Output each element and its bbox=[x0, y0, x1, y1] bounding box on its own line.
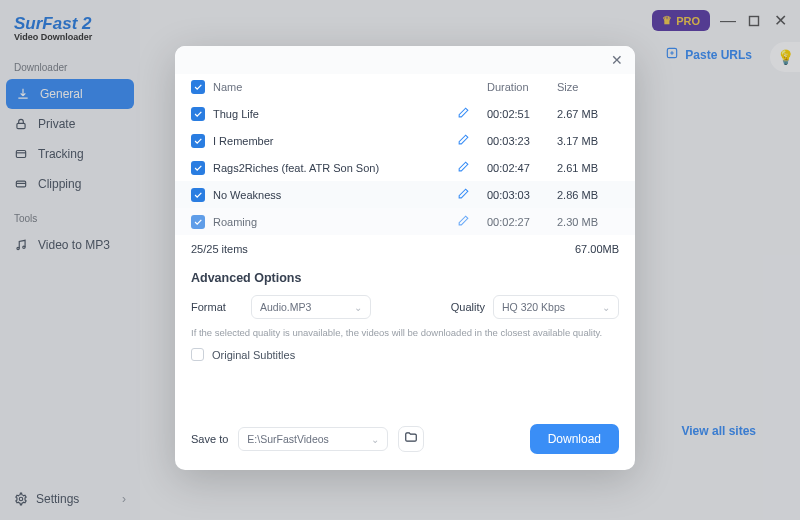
save-path-select[interactable]: E:\SurFastVideos ⌄ bbox=[238, 427, 388, 451]
save-row: Save to E:\SurFastVideos ⌄ Download bbox=[175, 412, 635, 470]
column-size: Size bbox=[557, 81, 619, 93]
subtitles-checkbox[interactable] bbox=[191, 348, 204, 361]
advanced-title: Advanced Options bbox=[191, 271, 619, 285]
edit-icon[interactable] bbox=[457, 106, 470, 119]
format-select[interactable]: Audio.MP3 ⌄ bbox=[251, 295, 371, 319]
table-row[interactable]: No Weakness 00:03:03 2.86 MB bbox=[175, 181, 635, 208]
close-icon[interactable]: ✕ bbox=[607, 50, 627, 70]
folder-icon bbox=[404, 430, 418, 448]
row-checkbox[interactable] bbox=[191, 161, 205, 175]
original-subtitles-option[interactable]: Original Subtitles bbox=[191, 348, 619, 361]
advanced-options: Advanced Options Format Audio.MP3 ⌄ Qual… bbox=[175, 265, 635, 369]
table-row[interactable]: I Remember 00:03:23 3.17 MB bbox=[175, 127, 635, 154]
download-button[interactable]: Download bbox=[530, 424, 619, 454]
quality-select[interactable]: HQ 320 Kbps ⌄ bbox=[493, 295, 619, 319]
row-checkbox[interactable] bbox=[191, 188, 205, 202]
chevron-down-icon: ⌄ bbox=[602, 302, 610, 313]
list-summary: 25/25 items 67.00MB bbox=[175, 235, 635, 265]
quality-label: Quality bbox=[451, 301, 485, 313]
edit-icon[interactable] bbox=[457, 214, 470, 227]
table-row[interactable]: Thug Life 00:02:51 2.67 MB bbox=[175, 100, 635, 127]
modal-header: ✕ bbox=[175, 46, 635, 74]
track-list: Thug Life 00:02:51 2.67 MB I Remember 00… bbox=[175, 100, 635, 235]
item-count: 25/25 items bbox=[191, 243, 248, 255]
chevron-down-icon: ⌄ bbox=[371, 434, 379, 445]
chevron-down-icon: ⌄ bbox=[354, 302, 362, 313]
save-to-label: Save to bbox=[191, 433, 228, 445]
select-all-checkbox[interactable] bbox=[191, 80, 205, 94]
edit-icon[interactable] bbox=[457, 133, 470, 146]
row-checkbox[interactable] bbox=[191, 107, 205, 121]
total-size: 67.00MB bbox=[575, 243, 619, 255]
table-header: Name Duration Size bbox=[175, 74, 635, 100]
row-checkbox[interactable] bbox=[191, 215, 205, 229]
column-duration: Duration bbox=[487, 81, 557, 93]
edit-icon[interactable] bbox=[457, 187, 470, 200]
quality-note: If the selected quality is unavailable, … bbox=[191, 327, 619, 338]
row-checkbox[interactable] bbox=[191, 134, 205, 148]
browse-folder-button[interactable] bbox=[398, 426, 424, 452]
download-modal: ✕ Name Duration Size Thug Life 00:02:51 … bbox=[175, 46, 635, 470]
edit-icon[interactable] bbox=[457, 160, 470, 173]
format-label: Format bbox=[191, 301, 243, 313]
table-row[interactable]: Roaming 00:02:27 2.30 MB bbox=[175, 208, 635, 235]
table-row[interactable]: Rags2Riches (feat. ATR Son Son) 00:02:47… bbox=[175, 154, 635, 181]
column-name: Name bbox=[213, 81, 457, 93]
